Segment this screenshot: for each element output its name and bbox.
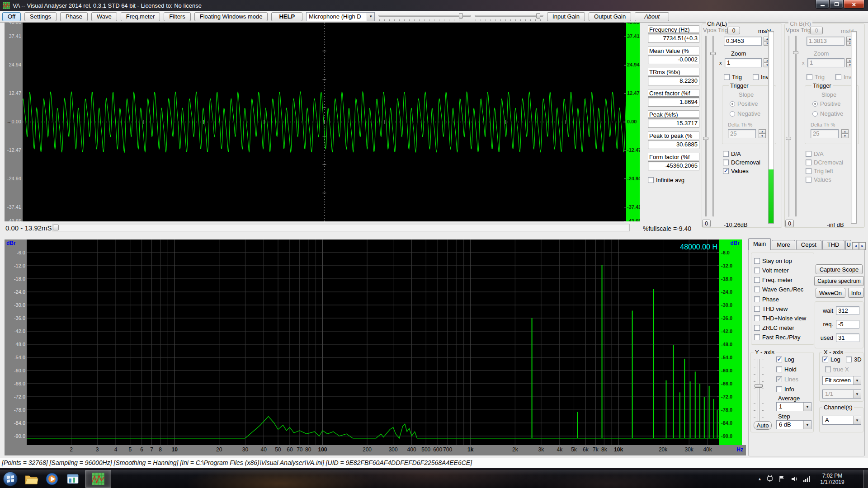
average-select[interactable]: 1▼ <box>776 402 811 411</box>
tab-scroll-left-icon[interactable]: ◄ <box>852 242 859 250</box>
x-ratio-select[interactable]: 1/1▼ <box>822 389 861 399</box>
values-checkbox-a[interactable]: Values <box>723 168 749 174</box>
phase-checkbox[interactable]: Phase <box>754 296 814 303</box>
show-desktop-button[interactable] <box>863 470 868 488</box>
zrlc-meter-checkbox[interactable]: ZRLC meter <box>754 324 814 331</box>
start-button[interactable] <box>0 470 21 488</box>
slope-positive-radio-b[interactable]: Positive <box>812 100 841 107</box>
x-range-select[interactable]: Fit screen▼ <box>822 376 861 385</box>
wave-button[interactable]: Wave <box>91 12 117 21</box>
network-signal-icon[interactable] <box>802 475 811 483</box>
phase-button[interactable]: Phase <box>60 12 88 21</box>
used-field[interactable]: 31 <box>836 333 859 342</box>
zoom-input-b[interactable]: 1 <box>807 58 844 67</box>
inv-checkbox-b[interactable]: Inv <box>835 74 851 80</box>
x-log-checkbox[interactable]: Log <box>822 356 840 363</box>
delta-spinner-a[interactable]: ▲▼ <box>759 129 766 138</box>
bottom-zero-button-b[interactable]: 0 <box>785 220 794 227</box>
help-button[interactable]: HELP <box>271 12 302 21</box>
input-gain-button[interactable]: Input Gain <box>547 12 585 21</box>
inv-checkbox-a[interactable]: Inv <box>753 74 769 80</box>
zoom-input-a[interactable]: 1 <box>725 58 762 67</box>
offset-zero-button-b[interactable]: 0 <box>810 27 823 34</box>
channel-select[interactable]: A▼ <box>822 416 861 425</box>
true-x-checkbox[interactable]: true X <box>825 366 849 373</box>
y-info-checkbox[interactable]: Info <box>776 386 794 393</box>
fast-rec-play-checkbox[interactable]: Fast Rec./Play <box>754 334 814 341</box>
x-3d-checkbox[interactable]: 3D <box>846 356 862 363</box>
offset-zero-button-a[interactable]: 0 <box>727 27 740 34</box>
tab-main[interactable]: Main <box>748 238 771 250</box>
step-select[interactable]: 6 dB▼ <box>776 420 811 429</box>
da-checkbox-b[interactable]: D/A <box>806 150 824 157</box>
tray-expand-icon[interactable]: ▲ <box>758 477 762 481</box>
trig-checkbox-a[interactable]: Trig <box>724 74 742 80</box>
power-plug-icon[interactable] <box>766 475 774 483</box>
delta-spinner-b[interactable]: ▲▼ <box>841 129 849 138</box>
vpos-slider-a[interactable] <box>704 36 708 216</box>
y-hold-checkbox[interactable]: Hold <box>776 366 797 373</box>
freq-meter-button[interactable]: Freq.meter <box>121 12 160 21</box>
tab-clipped[interactable]: U <box>845 240 852 250</box>
infinite-avg-checkbox[interactable]: Infinite avg <box>648 177 699 183</box>
thd-noise-view-checkbox[interactable]: THD+Noise view <box>754 315 814 322</box>
capture-spectrum-button[interactable]: Capture spectrum <box>814 276 864 286</box>
taskbar-app-button[interactable] <box>62 470 83 488</box>
delta-input-b[interactable]: 25 <box>811 129 839 138</box>
off-button[interactable]: Off <box>2 12 21 21</box>
floating-windows-button[interactable]: Floating Windows mode <box>194 12 268 21</box>
trig-slider-a[interactable] <box>711 36 715 216</box>
msd-input-b[interactable]: 1.3813 <box>807 37 844 46</box>
y-lines-checkbox[interactable]: Lines <box>776 376 798 383</box>
action-center-flag-icon[interactable] <box>778 475 786 483</box>
minimize-button[interactable] <box>816 0 829 9</box>
speaker-icon[interactable] <box>790 475 798 483</box>
volt-meter-checkbox[interactable]: Volt meter <box>754 267 814 274</box>
freq-meter-checkbox[interactable]: Freq. meter <box>754 277 814 283</box>
spectrum-plot[interactable] <box>27 239 719 445</box>
trig-checkbox-b[interactable]: Trig <box>807 74 825 80</box>
tab-scroll-right-icon[interactable]: ► <box>859 242 866 250</box>
slope-negative-radio-a[interactable]: Negative <box>730 110 760 117</box>
about-button[interactable]: About <box>635 12 669 21</box>
close-button[interactable]: × <box>844 0 864 9</box>
da-checkbox-a[interactable]: D/A <box>723 150 741 157</box>
thd-view-checkbox[interactable]: THD view <box>754 305 814 312</box>
taskbar-visual-analyser-button[interactable] <box>85 470 111 488</box>
input-level-slider[interactable] <box>378 12 471 21</box>
input-device-select[interactable]: Microphone (High D ▼ <box>306 12 375 21</box>
filters-button[interactable]: Filters <box>164 12 190 21</box>
taskbar-explorer-button[interactable] <box>21 470 42 488</box>
slope-negative-radio-b[interactable]: Negative <box>812 110 843 117</box>
values-checkbox-b[interactable]: Values <box>806 176 831 183</box>
delta-input-a[interactable]: 25 <box>728 129 756 138</box>
wave-gen-checkbox[interactable]: Wave Gen./Rec <box>754 286 814 293</box>
output-level-slider[interactable] <box>475 12 543 21</box>
y-log-checkbox[interactable]: Log <box>776 356 794 363</box>
taskbar-clock[interactable]: 7:02 PM 1/17/2019 <box>815 473 850 485</box>
dcremoval-checkbox-b[interactable]: DCremoval <box>806 159 843 166</box>
capture-scope-button[interactable]: Capture Scope <box>816 264 863 274</box>
msd-input-a[interactable]: 0.3453 <box>724 37 762 46</box>
dcremoval-checkbox-a[interactable]: DCremoval <box>723 159 760 166</box>
maximize-button[interactable] <box>830 0 843 9</box>
output-gain-button[interactable]: Output Gain <box>589 12 631 21</box>
bottom-zero-button-a[interactable]: 0 <box>702 220 711 227</box>
scope-scrollbar[interactable] <box>52 224 630 231</box>
taskbar-mediaplayer-button[interactable] <box>42 470 62 488</box>
wait-field[interactable]: 312 <box>836 306 859 315</box>
tab-thd[interactable]: THD <box>822 240 844 250</box>
vpos-slider-b[interactable] <box>787 36 790 216</box>
req-field[interactable]: -5 <box>836 320 859 328</box>
stay-on-top-checkbox[interactable]: Stay on top <box>754 258 814 264</box>
scope-plot[interactable] <box>23 23 626 221</box>
info-button[interactable]: Info <box>848 288 864 298</box>
trig-left-checkbox-b[interactable]: Trig left <box>806 168 833 174</box>
trig-slider-b[interactable] <box>794 36 797 216</box>
y-scale-slider[interactable] <box>753 359 764 427</box>
slope-positive-radio-a[interactable]: Positive <box>730 100 758 107</box>
wave-on-button[interactable]: WaveOn <box>816 288 845 298</box>
auto-button[interactable]: Auto <box>754 421 772 430</box>
tab-cepst[interactable]: Cepst <box>796 240 821 250</box>
tab-more[interactable]: More <box>772 240 795 250</box>
